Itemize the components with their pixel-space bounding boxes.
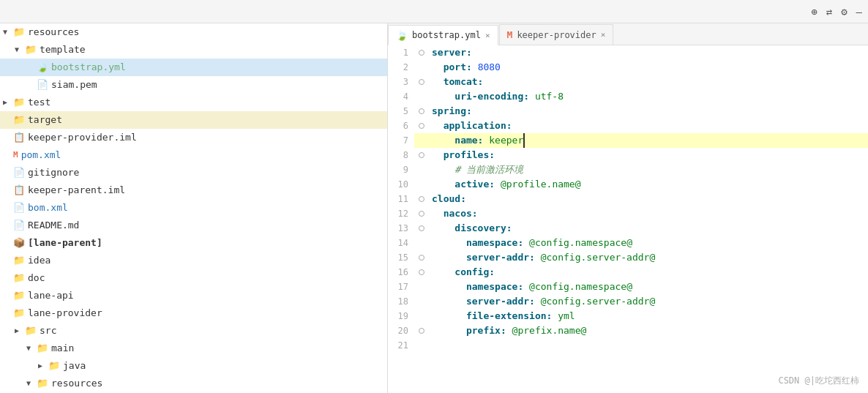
- tree-item-bootstrap-yml[interactable]: ▶ 🍃 bootstrap.yml: [0, 59, 387, 76]
- git-file-icon: 📄: [13, 165, 25, 180]
- tree-item-resources[interactable]: ▼ 📁 resources: [0, 23, 387, 41]
- tree-item-main[interactable]: ▼ 📁 main: [0, 340, 387, 357]
- tree-item-lane-provider[interactable]: ▶ 📁 lane-provider: [0, 304, 387, 322]
- tree-item-template[interactable]: ▼ 📁 template: [0, 41, 387, 59]
- tree-item-resources2[interactable]: ▼ 📁 resources: [0, 375, 387, 392]
- yml-key-application: application:: [444, 120, 512, 131]
- tab-keeper-provider[interactable]: M keeper-provider ×: [499, 24, 614, 45]
- yml-key-prefix: prefix:: [466, 325, 506, 336]
- toolbar-icon-globe[interactable]: ⊕: [811, 6, 817, 18]
- toolbar-icon-minimize[interactable]: —: [856, 6, 862, 18]
- toolbar-icon-sync[interactable]: ⇄: [826, 6, 832, 18]
- gutter-12[interactable]: [414, 206, 429, 221]
- gutter-21[interactable]: [414, 338, 429, 353]
- gutter-19[interactable]: [414, 309, 429, 323]
- arrow-resources: ▼: [3, 25, 13, 40]
- tree-item-lane-api[interactable]: ▶ 📁 lane-api: [0, 287, 387, 304]
- editor-area: 🍃 bootstrap.yml × M keeper-provider × 1 …: [388, 23, 868, 393]
- code-line-9: 9 # 当前激活环境: [388, 162, 868, 177]
- code-line-4: 4 uri-encoding: utf-8: [388, 89, 868, 104]
- yml-val-file-ext: yml: [558, 310, 575, 321]
- yml-key-active: active:: [454, 179, 495, 190]
- gutter-18[interactable]: [414, 294, 429, 309]
- md-file-icon: 📄: [13, 218, 25, 233]
- gutter-11[interactable]: [414, 192, 429, 206]
- label-src: src: [40, 323, 56, 338]
- tree-item-keeper-parent-iml[interactable]: ▶ 📋 keeper-parent.iml: [0, 181, 387, 199]
- yml-key-discovery: discovery:: [454, 222, 512, 233]
- tree-item-idea[interactable]: ▶ 📁 idea: [0, 252, 387, 269]
- tree-item-test[interactable]: ▶ 📁 test: [0, 94, 387, 111]
- yml-key-tomcat: tomcat:: [444, 76, 484, 87]
- gutter-20[interactable]: [414, 323, 429, 338]
- pem-file-icon: 📄: [37, 78, 48, 92]
- tree-item-target[interactable]: ▶ 📁 target: [0, 111, 387, 129]
- tree-item-java[interactable]: ▶ 📁 java: [0, 357, 387, 375]
- yml-val-ns1: @config.namespace@: [529, 237, 632, 248]
- iml-icon-kp: 📋: [13, 130, 25, 145]
- gutter-5[interactable]: [414, 104, 429, 119]
- tree-item-keeper-provider-iml[interactable]: ▶ 📋 keeper-provider.iml: [0, 129, 387, 146]
- module-icon-lane-parent: 📦: [13, 236, 25, 250]
- line-content-14: namespace: @config.namespace@: [429, 236, 632, 250]
- gutter-6[interactable]: [414, 119, 429, 133]
- gutter-15[interactable]: [414, 250, 429, 265]
- code-line-20: 20 prefix: @prefix.name@: [388, 323, 868, 338]
- yml-val-active: @profile.name@: [501, 179, 581, 190]
- tab-close-bootstrap[interactable]: ×: [485, 31, 490, 40]
- gutter-10[interactable]: [414, 177, 429, 192]
- gutter-8[interactable]: [414, 148, 429, 162]
- yml-key-server: server:: [432, 47, 472, 58]
- line-content-17: namespace: @config.namespace@: [429, 280, 632, 294]
- tree-item-doc[interactable]: ▶ 📁 doc: [0, 269, 387, 287]
- yml-val-ns2: @config.namespace@: [529, 281, 632, 292]
- label-java: java: [63, 359, 86, 373]
- label-resources: resources: [28, 25, 79, 40]
- gutter-17[interactable]: [414, 280, 429, 294]
- toolbar-icon-settings[interactable]: ⚙: [841, 6, 847, 18]
- gutter-16[interactable]: [414, 265, 429, 280]
- label-resources2: resources: [51, 376, 102, 391]
- tab-bootstrap-yml[interactable]: 🍃 bootstrap.yml ×: [388, 25, 498, 45]
- line-number-5: 5: [388, 104, 414, 119]
- folder-icon-idea: 📁: [13, 253, 25, 268]
- yml-key-ns2: namespace:: [466, 281, 523, 292]
- line-content-2: port: 8080: [429, 60, 501, 75]
- tree-item-lane-parent[interactable]: ▶ 📦 [lane-parent]: [0, 234, 387, 252]
- tree-item-pom-xml[interactable]: ▶ M pom.xml: [0, 146, 387, 164]
- line-content-9: # 当前激活环境: [429, 162, 523, 177]
- gutter-dot-3: [419, 79, 424, 85]
- gutter-dot-16: [419, 269, 424, 275]
- gutter-7[interactable]: [414, 133, 429, 148]
- gutter-2[interactable]: [414, 60, 429, 75]
- folder-icon-doc: 📁: [13, 271, 25, 285]
- tree-item-siam-pem[interactable]: ▶ 📄 siam.pem: [0, 76, 387, 94]
- xml-icon-bom: 📄: [13, 201, 25, 215]
- gutter-9[interactable]: [414, 162, 429, 177]
- line-number-2: 2: [388, 60, 414, 75]
- line-number-21: 21: [388, 338, 414, 353]
- line-content-15: server-addr: @config.server-addr@: [429, 250, 655, 265]
- gutter-13[interactable]: [414, 221, 429, 236]
- gutter-14[interactable]: [414, 236, 429, 250]
- folder-icon-resources: 📁: [13, 25, 25, 40]
- gutter-1[interactable]: [414, 45, 429, 60]
- code-editor[interactable]: 1 server: 2 port: 8080 3 tomcat: 4: [388, 45, 868, 393]
- gutter-4[interactable]: [414, 89, 429, 104]
- code-line-21: 21: [388, 338, 868, 353]
- tree-item-bom-xml[interactable]: ▶ 📄 bom.xml: [0, 199, 387, 217]
- tree-item-gitignore[interactable]: ▶ 📄 gitignore: [0, 164, 387, 181]
- gutter-dot-15: [419, 255, 424, 261]
- tree-item-readme[interactable]: ▶ 📄 README.md: [0, 217, 387, 234]
- code-line-2: 2 port: 8080: [388, 60, 868, 75]
- tree-item-src[interactable]: ▶ 📁 src: [0, 322, 387, 340]
- line-number-14: 14: [388, 236, 414, 250]
- gutter-3[interactable]: [414, 75, 429, 89]
- label-target: target: [28, 113, 62, 127]
- code-line-16: 16 config:: [388, 265, 868, 280]
- code-line-1: 1 server:: [388, 45, 868, 60]
- code-line-18: 18 server-addr: @config.server-addr@: [388, 294, 868, 309]
- xml-icon-pom: M: [13, 148, 18, 162]
- tab-close-keeper-provider[interactable]: ×: [601, 30, 606, 40]
- code-line-13: 13 discovery:: [388, 221, 868, 236]
